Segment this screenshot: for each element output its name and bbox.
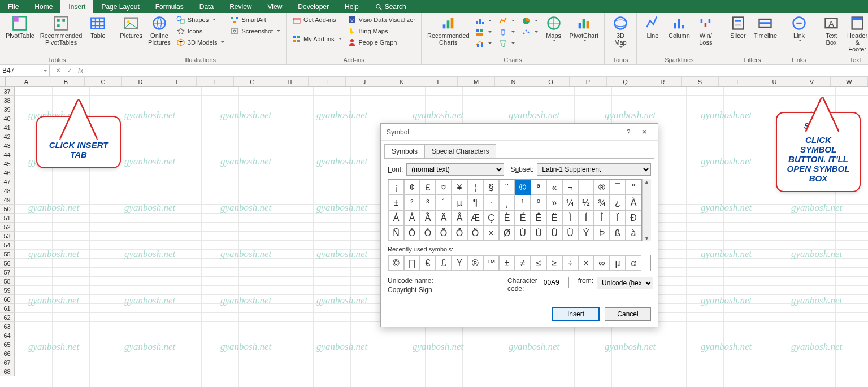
sparkline-line-button[interactable]: Line — [640, 14, 665, 40]
symbol-cell[interactable]: ¤ — [436, 180, 452, 195]
symbol-cell[interactable]: ¦ — [467, 180, 483, 195]
row-header[interactable]: 54 — [0, 241, 15, 250]
row-header[interactable]: 39 — [0, 105, 15, 114]
textbox-button[interactable]: AText Box — [819, 14, 844, 47]
row-header[interactable]: 48 — [0, 186, 15, 195]
menu-help[interactable]: Help — [337, 0, 367, 13]
symbol-cell[interactable]: ± — [388, 195, 404, 210]
symbol-cell[interactable]: ® — [594, 180, 610, 195]
tab-symbols[interactable]: Symbols — [384, 144, 425, 158]
symbol-cell[interactable]: ­ — [578, 180, 594, 195]
symbol-cell[interactable]: µ — [452, 195, 467, 210]
cancel-formula-icon[interactable]: ✕ — [55, 67, 61, 75]
symbol-cell[interactable]: ¾ — [594, 195, 610, 210]
column-header[interactable]: Q — [607, 77, 644, 86]
symbol-cell[interactable]: ¡ — [388, 180, 404, 195]
pivottable-button[interactable]: PivotTable — [3, 14, 37, 40]
symbol-cell[interactable]: À — [626, 195, 641, 210]
recent-symbol-cell[interactable]: µ — [610, 255, 626, 271]
symbol-cell[interactable]: Ë — [546, 210, 562, 225]
menu-file[interactable]: File — [0, 0, 27, 13]
row-header[interactable]: 42 — [0, 132, 15, 141]
symbol-cell[interactable]: ¬ — [562, 180, 578, 195]
symbol-cell[interactable]: Ê — [531, 210, 546, 225]
insert-button[interactable]: Insert — [553, 307, 599, 321]
symbol-cell[interactable]: £ — [420, 180, 436, 195]
people-graph-button[interactable]: People Graph — [345, 37, 418, 48]
menu-data[interactable]: Data — [192, 0, 222, 13]
column-header[interactable]: N — [495, 77, 532, 86]
cancel-button[interactable]: Cancel — [605, 307, 651, 321]
pivotchart-button[interactable]: PivotChart — [567, 14, 601, 44]
smartart-button[interactable]: SmartArt — [228, 14, 283, 25]
symbol-cell[interactable]: Ó — [420, 225, 436, 241]
subset-select[interactable]: Latin-1 Supplement — [537, 163, 651, 176]
column-header[interactable]: G — [234, 77, 271, 86]
column-header[interactable]: O — [532, 77, 570, 86]
column-header[interactable]: J — [346, 77, 383, 86]
tab-special-characters[interactable]: Special Characters — [424, 144, 496, 158]
row-header[interactable]: 59 — [0, 286, 15, 295]
row-header[interactable]: 55 — [0, 250, 15, 259]
recent-symbol-cell[interactable]: α — [626, 255, 641, 271]
row-header[interactable]: 60 — [0, 295, 15, 304]
recent-symbol-cell[interactable]: ≠ — [515, 255, 531, 271]
charcode-input[interactable] — [541, 277, 569, 288]
column-header[interactable]: D — [122, 77, 159, 86]
menu-review[interactable]: Review — [222, 0, 259, 13]
row-header[interactable]: 58 — [0, 277, 15, 286]
menu-formulas[interactable]: Formulas — [147, 0, 192, 13]
symbol-cell[interactable]: × — [483, 225, 499, 241]
symbol-cell[interactable]: Ô — [436, 225, 452, 241]
symbol-cell[interactable]: ¶ — [467, 195, 483, 210]
symbol-cell[interactable]: Ø — [499, 225, 515, 241]
symbol-cell[interactable]: · — [483, 195, 499, 210]
row-header[interactable]: 38 — [0, 96, 15, 105]
formula-input[interactable] — [89, 65, 868, 76]
symbol-cell[interactable]: © — [515, 180, 531, 195]
bing-maps-button[interactable]: Bing Maps — [345, 25, 418, 37]
symbol-cell[interactable]: Ð — [626, 210, 641, 225]
sparkline-column-button[interactable]: Column — [666, 14, 692, 40]
icons-button[interactable]: Icons — [174, 25, 227, 37]
symbol-cell[interactable]: Û — [546, 225, 562, 241]
chart-surface-button[interactable] — [496, 38, 517, 49]
symbol-cell[interactable]: Þ — [594, 225, 610, 241]
row-header[interactable]: 51 — [0, 214, 15, 223]
table-button[interactable]: Table — [85, 14, 110, 40]
3d-models-button[interactable]: 3D Models — [174, 37, 227, 48]
symbol-cell[interactable]: Å — [452, 210, 467, 225]
row-header[interactable]: 43 — [0, 141, 15, 150]
symbol-cell[interactable]: ¨ — [499, 180, 515, 195]
chart-line-button[interactable] — [496, 15, 517, 27]
visio-button[interactable]: VVisio Data Visualizer — [345, 14, 418, 25]
symbol-cell[interactable]: ° — [626, 180, 641, 195]
symbol-cell[interactable]: Î — [594, 210, 610, 225]
symbol-cell[interactable]: Õ — [452, 225, 467, 241]
symbol-cell[interactable]: ¹ — [515, 195, 531, 210]
row-header[interactable]: 50 — [0, 205, 15, 214]
symbol-cell[interactable]: Ù — [515, 225, 531, 241]
column-header[interactable]: S — [682, 77, 719, 86]
3d-map-button[interactable]: 3D Map — [608, 14, 633, 50]
slicer-button[interactable]: Slicer — [726, 14, 750, 40]
link-button[interactable]: Link — [787, 14, 811, 44]
column-header[interactable]: I — [309, 77, 346, 86]
recent-symbol-cell[interactable]: € — [420, 255, 436, 271]
my-addins-button[interactable]: My Add-ins — [290, 33, 344, 45]
recent-symbol-cell[interactable]: ® — [467, 255, 483, 271]
row-header[interactable]: 64 — [0, 331, 15, 340]
screenshot-button[interactable]: Screenshot — [228, 25, 283, 37]
enter-formula-icon[interactable]: ✓ — [67, 67, 72, 75]
row-header[interactable]: 40 — [0, 114, 15, 123]
timeline-button[interactable]: Timeline — [752, 14, 779, 40]
from-select[interactable]: Unicode (hex) — [597, 277, 653, 289]
symbol-cell[interactable]: à — [626, 225, 641, 241]
row-header[interactable]: 37 — [0, 87, 15, 96]
online-pictures-button[interactable]: Online Pictures — [146, 14, 173, 47]
symbol-cell[interactable]: Ý — [578, 225, 594, 241]
symbol-cell[interactable]: ³ — [420, 195, 436, 210]
column-header[interactable]: H — [271, 77, 309, 86]
chart-combo-button[interactable] — [473, 38, 494, 49]
row-header[interactable]: 67 — [0, 358, 15, 367]
